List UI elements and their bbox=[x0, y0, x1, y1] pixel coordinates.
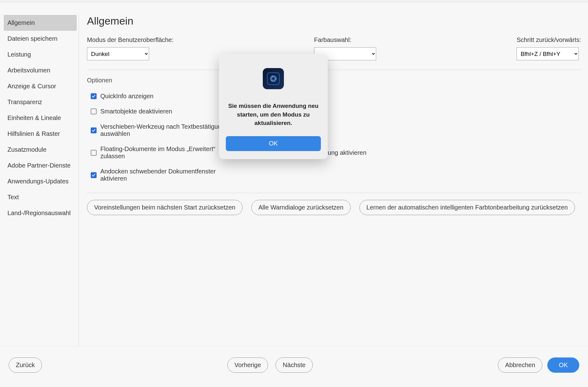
option-verschieben-werkzeug[interactable]: Verschieben-Werkzeug nach Textbestätigun… bbox=[91, 123, 240, 137]
top-selects-row: Modus der Benutzeroberfläche: Dunkel Far… bbox=[87, 36, 581, 60]
dialog-message: Sie müssen die Anwendung neu starten, um… bbox=[226, 102, 321, 127]
cancel-button[interactable]: Abbrechen bbox=[498, 357, 542, 373]
sidebar-item-adobe-partner-dienste[interactable]: Adobe Partner-Dienste bbox=[4, 158, 77, 173]
next-button[interactable]: Nächste bbox=[276, 357, 312, 373]
dialog-ok-button[interactable]: OK bbox=[226, 136, 321, 151]
sidebar-item-transparenz[interactable]: Transparenz bbox=[4, 94, 77, 110]
option-quickinfo[interactable]: QuickInfo anzeigen bbox=[91, 93, 240, 100]
preferences-main: Allgemein Modus der Benutzeroberfläche: … bbox=[84, 15, 584, 346]
checkbox-icon bbox=[91, 93, 97, 99]
option-label: Smartobjekte deaktivieren bbox=[100, 108, 172, 115]
footer-center: Vorherige Nächste bbox=[227, 357, 313, 373]
checkbox-icon bbox=[91, 127, 97, 133]
footer: Zurück Vorherige Nächste Abbrechen OK bbox=[0, 346, 588, 387]
window-titlebar bbox=[0, 0, 588, 2]
sidebar-item-anwendungs-updates[interactable]: Anwendungs-Updates bbox=[4, 173, 77, 189]
checkbox-icon bbox=[91, 108, 97, 114]
sidebar-item-text[interactable]: Text bbox=[4, 189, 77, 205]
sidebar-item-allgemein[interactable]: Allgemein bbox=[4, 15, 77, 31]
sidebar-item-hilfslinien-raster[interactable]: Hilfslinien & Raster bbox=[4, 126, 77, 142]
ui-mode-field: Modus der Benutzeroberfläche: Dunkel bbox=[87, 36, 174, 60]
options-grid: QuickInfo anzeigen Werkzeug Smartobjekte… bbox=[87, 93, 581, 182]
options-section-label: Optionen bbox=[87, 77, 581, 84]
app-icon bbox=[263, 68, 284, 89]
undo-redo-label: Schritt zurück/vorwärts: bbox=[517, 36, 581, 44]
restart-required-dialog: Sie müssen die Anwendung neu starten, um… bbox=[219, 54, 328, 159]
ui-mode-select[interactable]: Dunkel bbox=[87, 47, 149, 60]
option-floating-dokumente[interactable]: Floating-Dokumente im Modus „Erweitert“ … bbox=[91, 145, 240, 160]
sidebar-divider bbox=[79, 15, 79, 346]
option-label: QuickInfo anzeigen bbox=[100, 93, 153, 100]
sidebar-item-land-regionsauswahl[interactable]: Land-/Regionsauswahl bbox=[4, 205, 77, 221]
sidebar-item-einheiten-lineale[interactable]: Einheiten & Lineale bbox=[4, 110, 77, 126]
aperture-icon bbox=[267, 72, 280, 85]
sidebar-item-leistung[interactable]: Leistung bbox=[4, 47, 77, 62]
ok-button[interactable]: OK bbox=[547, 357, 579, 373]
checkbox-icon bbox=[91, 172, 97, 178]
page-title: Allgemein bbox=[87, 15, 581, 27]
footer-right: Abbrechen OK bbox=[498, 357, 579, 373]
sidebar-item-dateien-speichern[interactable]: Dateien speichern bbox=[4, 31, 77, 47]
reset-warnings-button[interactable]: Alle Warndialoge zurücksetzen bbox=[251, 200, 351, 215]
section-divider-2 bbox=[87, 193, 581, 193]
option-smartobjekte[interactable]: Smartobjekte deaktivieren bbox=[91, 108, 240, 115]
ui-mode-label: Modus der Benutzeroberfläche: bbox=[87, 36, 174, 44]
sidebar-item-zusatzmodule[interactable]: Zusatzmodule bbox=[4, 142, 77, 158]
window-body: Allgemein Dateien speichern Leistung Arb… bbox=[0, 2, 588, 346]
option-andocken[interactable]: Andocken schwebender Dokumentfenster akt… bbox=[91, 168, 240, 182]
sidebar-item-anzeige-cursor[interactable]: Anzeige & Cursor bbox=[4, 78, 77, 94]
previous-button[interactable]: Vorherige bbox=[227, 357, 268, 373]
checkbox-icon bbox=[91, 150, 97, 156]
preferences-sidebar: Allgemein Dateien speichern Leistung Arb… bbox=[4, 15, 77, 346]
preferences-window: Allgemein Dateien speichern Leistung Arb… bbox=[0, 0, 588, 387]
color-picker-label: Farbauswahl: bbox=[314, 36, 376, 44]
back-button[interactable]: Zurück bbox=[9, 357, 42, 373]
reset-smarttone-button[interactable]: Lernen der automatischen intelligenten F… bbox=[359, 200, 575, 215]
reset-buttons-row: Voreinstellungen beim nächsten Start zur… bbox=[87, 200, 581, 215]
undo-redo-field: Schritt zurück/vorwärts: Bfhl+Z / Bfhl+Y bbox=[517, 36, 581, 60]
option-label: Andocken schwebender Dokumentfenster akt… bbox=[100, 168, 240, 182]
svg-rect-0 bbox=[267, 73, 280, 85]
reset-prefs-button[interactable]: Voreinstellungen beim nächsten Start zur… bbox=[87, 200, 243, 215]
sidebar-item-arbeitsvolumen[interactable]: Arbeitsvolumen bbox=[4, 62, 77, 78]
undo-redo-select[interactable]: Bfhl+Z / Bfhl+Y bbox=[517, 47, 579, 60]
section-divider-1 bbox=[87, 70, 581, 70]
